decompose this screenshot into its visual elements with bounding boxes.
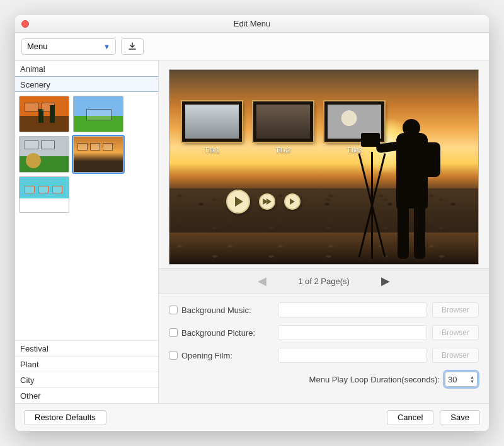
main-panel: Title1 Title2 Title3 <box>159 60 489 403</box>
play-button[interactable] <box>226 190 250 214</box>
bg-music-field[interactable] <box>278 302 427 317</box>
restore-defaults-button[interactable]: Restore Defaults <box>24 410 106 425</box>
category-city[interactable]: City <box>15 372 158 387</box>
loop-duration-row: Menu Play Loop Duration(seconds): 30 ▲▼ <box>169 367 479 392</box>
loop-duration-label: Menu Play Loop Duration(seconds): <box>309 375 440 384</box>
frame-image <box>182 101 242 142</box>
next-button[interactable] <box>259 193 275 210</box>
category-scenery[interactable]: Scenery <box>15 76 158 92</box>
opening-film-row: Opening Film: Browser <box>169 344 479 367</box>
template-thumb[interactable] <box>19 136 69 173</box>
template-thumb[interactable] <box>19 96 69 132</box>
toolbar: Menu ▼ <box>15 33 489 60</box>
bg-music-checkbox[interactable] <box>169 306 178 314</box>
play-icon <box>235 197 243 207</box>
template-thumb-selected[interactable] <box>73 136 123 173</box>
bg-picture-row: Background Picture: Browser <box>169 321 479 344</box>
page-prev-button[interactable]: ◀ <box>258 274 266 288</box>
frame-image <box>253 101 313 142</box>
download-button[interactable] <box>121 38 144 55</box>
category-list-top: Animal Scenery <box>15 60 158 92</box>
frame-caption: Title1 <box>182 147 242 154</box>
loop-duration-stepper[interactable]: 30 ▲▼ <box>445 372 478 387</box>
frame-caption: Title2 <box>253 147 313 154</box>
opening-film-browse-button[interactable]: Browser <box>432 348 479 363</box>
photographer-silhouette <box>365 108 466 265</box>
stepper-arrows-icon: ▲▼ <box>470 375 474 384</box>
forward-button[interactable] <box>284 193 301 210</box>
category-festival[interactable]: Festival <box>15 340 158 356</box>
bg-picture-checkbox[interactable] <box>169 328 178 337</box>
opening-film-checkbox[interactable] <box>169 351 178 360</box>
options-form: Background Music: Browser Background Pic… <box>159 294 489 397</box>
page-next-button[interactable]: ▶ <box>381 274 390 288</box>
bg-picture-browse-button[interactable]: Browser <box>432 325 479 340</box>
sidebar: Animal Scenery <box>15 60 159 403</box>
menu-type-dropdown[interactable]: Menu ▼ <box>21 38 116 55</box>
edit-menu-window: Edit Menu Menu ▼ Animal Scenery <box>15 15 489 431</box>
footer: Restore Defaults Cancel Save <box>15 403 489 431</box>
cancel-button[interactable]: Cancel <box>387 410 433 425</box>
titlebar: Edit Menu <box>15 15 489 33</box>
loop-duration-value: 30 <box>448 375 457 384</box>
window-title: Edit Menu <box>15 19 489 28</box>
category-other[interactable]: Other <box>15 387 158 403</box>
title-frame[interactable]: Title1 <box>182 101 242 154</box>
template-thumb[interactable] <box>19 176 69 213</box>
bg-picture-field[interactable] <box>278 325 427 340</box>
bg-picture-label[interactable]: Background Picture: <box>169 328 273 338</box>
opening-film-label[interactable]: Opening Film: <box>169 351 273 360</box>
pager: ◀ 1 of 2 Page(s) ▶ <box>159 268 489 294</box>
body: Animal Scenery <box>15 60 489 403</box>
download-icon <box>128 42 137 51</box>
save-button[interactable]: Save <box>440 410 480 425</box>
dropdown-label: Menu <box>27 42 48 51</box>
forward-icon <box>290 198 295 205</box>
playback-controls <box>226 190 301 214</box>
bg-music-browse-button[interactable]: Browser <box>432 302 479 317</box>
title-frames: Title1 Title2 Title3 <box>182 101 384 154</box>
bg-music-label[interactable]: Background Music: <box>169 306 273 315</box>
template-thumbnails <box>15 92 158 340</box>
category-list-bottom: Festival Plant City Other <box>15 340 158 403</box>
chevron-down-icon: ▼ <box>103 43 110 50</box>
opening-film-field[interactable] <box>278 348 427 363</box>
bg-music-row: Background Music: Browser <box>169 299 479 321</box>
title-frame[interactable]: Title2 <box>253 101 313 154</box>
category-plant[interactable]: Plant <box>15 356 158 372</box>
preview-container: Title1 Title2 Title3 <box>159 60 489 268</box>
category-animal[interactable]: Animal <box>15 61 158 77</box>
menu-preview[interactable]: Title1 Title2 Title3 <box>169 69 479 265</box>
page-indicator: 1 of 2 Page(s) <box>298 277 350 286</box>
template-thumb[interactable] <box>73 96 123 132</box>
